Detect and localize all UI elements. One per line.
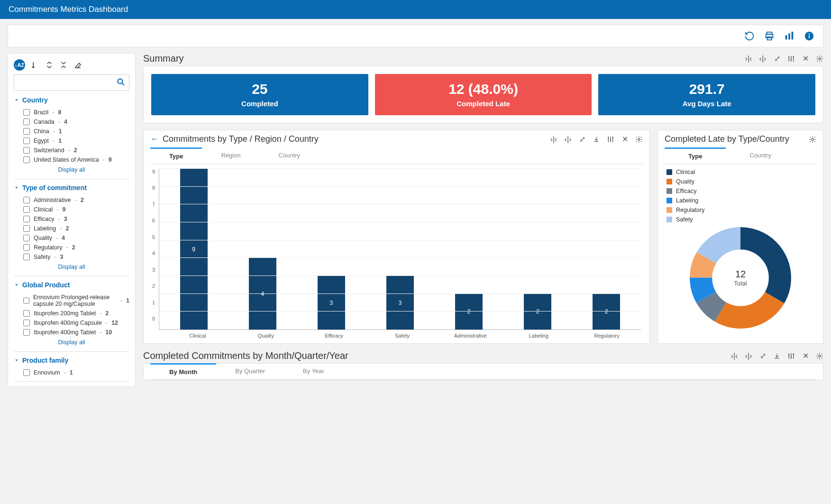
facet-item[interactable]: Ennovium Prolonged-release capsule 20 mg… — [14, 293, 129, 309]
collapse-h-icon[interactable]: ›|‹ — [731, 352, 738, 360]
facet-item[interactable]: Canada - 4 — [14, 117, 129, 127]
display-all-link[interactable]: Display all — [14, 337, 129, 348]
code-icon[interactable]: ‹|› — [564, 136, 572, 143]
tab[interactable]: Region — [202, 148, 259, 164]
tab[interactable]: Country — [260, 148, 320, 164]
close-icon[interactable]: ✕ — [802, 55, 809, 63]
gear-icon[interactable] — [816, 55, 823, 63]
facet-header[interactable]: Product family — [14, 357, 129, 364]
expand-panel-icon[interactable]: ⤢ — [773, 55, 781, 63]
download-icon[interactable] — [773, 352, 781, 360]
code-icon[interactable]: ‹|› — [745, 352, 752, 360]
facet-item[interactable]: Quality - 4 — [14, 233, 129, 243]
bar[interactable]: 9 — [180, 169, 208, 330]
filter-sidebar: ↓AZ CountryBrazil - 8Canada - 4China - 1… — [8, 53, 136, 387]
legend-item[interactable]: Labeling — [667, 197, 814, 204]
tab[interactable]: By Quarter — [216, 364, 284, 379]
facet-item[interactable]: China - 1 — [14, 127, 129, 136]
tab[interactable]: By Month — [150, 363, 216, 379]
facet-checkbox[interactable] — [23, 310, 30, 317]
tab[interactable]: Country — [726, 148, 795, 164]
facet-checkbox[interactable] — [23, 320, 30, 326]
bar[interactable]: 4 — [249, 258, 276, 330]
facet-header[interactable]: Type of commitment — [14, 184, 129, 192]
facet-checkbox[interactable] — [23, 225, 30, 232]
gear-icon[interactable] — [809, 136, 816, 143]
facet-checkbox[interactable] — [23, 137, 30, 144]
tab[interactable]: Type — [665, 147, 726, 164]
facet-item[interactable]: Ibuprofen 200mg Tablet - 2 — [14, 309, 129, 318]
facet-item[interactable]: Regulatory - 2 — [14, 243, 129, 252]
facet-item[interactable]: Safety - 3 — [14, 252, 129, 262]
facet-checkbox[interactable] — [23, 235, 30, 241]
sliders-icon[interactable] — [787, 352, 795, 360]
bar[interactable]: 3 — [386, 276, 414, 330]
facet-item[interactable]: United States of America - 9 — [14, 155, 129, 165]
facet-checkbox[interactable] — [23, 119, 30, 125]
facet-checkbox[interactable] — [23, 109, 30, 116]
facet-checkbox[interactable] — [23, 156, 30, 163]
expand-panel-icon[interactable]: ⤢ — [759, 352, 767, 360]
gear-icon[interactable] — [635, 136, 643, 143]
facet-item[interactable]: Ibuprofen 400mg Capsule - 12 — [14, 318, 129, 328]
facet-item[interactable]: Clinical - 9 — [14, 205, 129, 214]
gear-icon[interactable] — [816, 352, 823, 360]
facet-checkbox[interactable] — [23, 147, 30, 154]
search-icon[interactable] — [116, 77, 126, 89]
expand-panel-icon[interactable]: ⤢ — [578, 136, 586, 143]
facet-checkbox[interactable] — [23, 128, 30, 135]
legend-item[interactable]: Quality — [667, 178, 814, 185]
bars-icon[interactable] — [784, 31, 794, 41]
back-arrow-icon[interactable]: ← — [150, 134, 159, 144]
print-icon[interactable] — [764, 31, 775, 41]
facet-item[interactable]: Ennovium - 1 — [14, 368, 129, 377]
close-icon[interactable]: ✕ — [621, 136, 629, 143]
facet-checkbox[interactable] — [23, 297, 29, 304]
expand-icon[interactable] — [45, 61, 54, 69]
facet-item[interactable]: Labeling - 2 — [14, 224, 129, 233]
filter-search-input[interactable] — [14, 74, 129, 91]
erase-icon[interactable] — [73, 61, 82, 69]
display-all-link[interactable]: Display all — [14, 262, 129, 272]
collapse-icon[interactable] — [59, 61, 68, 69]
legend-item[interactable]: Safety — [667, 216, 814, 223]
collapse-h-icon[interactable]: ›|‹ — [550, 136, 557, 143]
facet-checkbox[interactable] — [23, 206, 30, 213]
facet-item[interactable]: Efficacy - 3 — [14, 214, 129, 224]
info-icon[interactable] — [804, 31, 814, 41]
tab[interactable]: Type — [150, 147, 202, 164]
svg-rect-7 — [809, 35, 810, 38]
bar[interactable]: 3 — [318, 276, 345, 330]
summary-title: Summary — [143, 53, 184, 64]
display-all-link[interactable]: Display all — [14, 165, 129, 175]
svg-rect-5 — [792, 32, 794, 40]
close-icon[interactable]: ✕ — [802, 352, 809, 360]
legend-item[interactable]: Regulatory — [667, 207, 814, 213]
facet-checkbox[interactable] — [23, 197, 30, 203]
facet-item[interactable]: Administrative - 2 — [14, 195, 129, 205]
sliders-icon[interactable] — [607, 136, 614, 143]
facet-checkbox[interactable] — [23, 369, 30, 376]
donut-center-label: Total — [734, 280, 747, 287]
summary-cards: 25Completed12 (48.0%)Completed Late291.7… — [143, 66, 823, 123]
facet-item[interactable]: Brazil - 8 — [14, 108, 129, 117]
facet-item[interactable]: Switzerland - 2 — [14, 146, 129, 155]
facet-header[interactable]: Country — [14, 96, 129, 104]
sliders-icon[interactable] — [787, 55, 795, 63]
legend-item[interactable]: Clinical — [667, 169, 814, 175]
facet-checkbox[interactable] — [23, 216, 30, 222]
facet-checkbox[interactable] — [23, 329, 30, 336]
tab[interactable]: By Year — [284, 364, 343, 379]
download-icon[interactable] — [593, 136, 600, 143]
facet-checkbox[interactable] — [23, 254, 30, 260]
code-icon[interactable]: ‹|› — [759, 55, 767, 63]
collapse-h-icon[interactable]: ›|‹ — [745, 55, 752, 63]
facet-checkbox[interactable] — [23, 244, 30, 251]
sort-az-icon[interactable]: ↓AZ — [14, 59, 25, 71]
facet-item[interactable]: Egypt - 1 — [14, 136, 129, 146]
refresh-icon[interactable] — [744, 31, 755, 41]
facet-header[interactable]: Global Product — [14, 281, 129, 289]
legend-item[interactable]: Efficacy — [667, 188, 814, 194]
sort-numeric-icon[interactable] — [31, 61, 39, 69]
facet-item[interactable]: Ibuprofen 400mg Tablet - 10 — [14, 328, 129, 337]
